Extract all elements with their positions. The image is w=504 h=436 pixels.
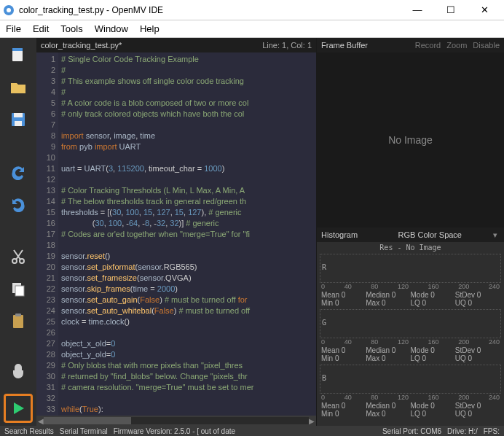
toolbar [0,38,36,426]
frame-buffer-header: Frame Buffer Record Zoom Disable [317,38,504,52]
stat-max: Max 0 [366,354,410,362]
colorspace-select[interactable]: RGB Color Space [387,230,462,239]
status-serial-port: Serial Port: COM6 [382,427,441,435]
run-button[interactable] [4,394,33,423]
stat-stdev: StDev 0 [455,346,500,354]
stat-min: Min 0 [321,299,366,307]
stat-mode: Mode 0 [411,291,455,299]
editor-tab[interactable]: color_tracking_test.py* [41,41,122,50]
stat-lq: LQ 0 [411,410,455,418]
stat-median: Median 0 [366,291,410,299]
editor-tabbar: color_tracking_test.py* Line: 1, Col: 1 [36,38,316,52]
save-file-button[interactable] [8,109,28,130]
disable-button[interactable]: Disable [473,41,500,50]
svg-rect-5 [14,113,23,117]
statusbar: Search Results Serial Terminal Firmware … [0,426,504,436]
close-button[interactable]: ✕ [468,0,501,20]
svg-rect-11 [13,315,23,328]
menu-file[interactable]: File [6,23,21,34]
no-image-label: No Image [388,134,433,146]
scroll-right-icon[interactable]: ▶ [309,417,315,425]
chevron-down-icon[interactable]: ▾ [491,230,500,240]
svg-rect-10 [15,286,24,296]
cursor-position: Line: 1, Col: 1 [262,41,312,50]
stat-median: Median 0 [366,402,410,410]
channel-tag: G [322,319,326,327]
stat-stdev: StDev 0 [455,291,500,299]
histogram-header: Histogram RGB Color Space ▾ [317,227,504,242]
frame-buffer-view: No Image [317,52,504,227]
stat-min: Min 0 [321,410,366,418]
maximize-button[interactable]: ☐ [434,0,468,20]
menu-window[interactable]: Window [95,23,128,34]
scroll-thumb[interactable] [44,417,131,424]
stat-uq: UQ 0 [455,410,500,418]
svg-rect-12 [15,314,21,316]
stat-mode: Mode 0 [411,346,455,354]
histogram-res: Res - No Image [317,242,504,254]
menubar: File Edit Tools Window Help [0,20,504,38]
window-title: color_tracking_test.py - OpenMV IDE [19,5,401,15]
menu-tools[interactable]: Tools [60,23,82,34]
stat-mean: Mean 0 [321,346,366,354]
minimize-button[interactable]: — [401,0,434,20]
new-file-button[interactable] [8,45,28,66]
titlebar: color_tracking_test.py - OpenMV IDE — ☐ … [0,0,504,20]
stat-lq: LQ 0 [411,299,455,307]
menu-help[interactable]: Help [140,23,160,34]
right-pane: Frame Buffer Record Zoom Disable No Imag… [316,38,504,426]
histogram-label: Histogram [321,230,358,239]
histogram-channels: R04080120160200240Mean 0Median 0Mode 0St… [317,254,504,426]
open-file-button[interactable] [8,77,28,98]
code-editor[interactable]: 1234567891011121314151617181920212223242… [36,52,316,416]
copy-button[interactable] [8,279,28,299]
editor-hscrollbar[interactable]: ◀ ▶ [36,416,316,426]
app-logo-icon [3,4,15,16]
redo-button[interactable] [8,194,28,214]
status-search-results[interactable]: Search Results [4,427,54,435]
stat-max: Max 0 [366,299,410,307]
cut-button[interactable] [8,246,28,267]
editor-pane: color_tracking_test.py* Line: 1, Col: 1 … [36,38,316,426]
stat-mean: Mean 0 [321,291,366,299]
undo-button[interactable] [8,162,28,182]
zoom-button[interactable]: Zoom [446,41,467,50]
status-serial-terminal[interactable]: Serial Terminal [60,427,108,435]
svg-point-1 [7,8,11,12]
stat-min: Min 0 [321,354,366,362]
menu-edit[interactable]: Edit [33,23,49,34]
channel-tag: R [322,263,326,271]
svg-rect-3 [12,48,23,51]
channel-g: G04080120160200240Mean 0Median 0Mode 0St… [320,309,501,363]
channel-r: R04080120160200240Mean 0Median 0Mode 0St… [320,254,501,308]
channel-tag: B [322,374,326,382]
stat-median: Median 0 [366,346,410,354]
stat-lq: LQ 0 [411,354,455,362]
connect-button[interactable] [8,362,28,382]
paste-button[interactable] [8,311,28,331]
status-fps: FPS: [484,427,500,435]
stat-uq: UQ 0 [455,299,500,307]
stat-stdev: StDev 0 [455,402,500,410]
scroll-left-icon[interactable]: ◀ [38,417,44,425]
record-button[interactable]: Record [415,41,441,50]
status-firmware: Firmware Version: 2.5.0 - [ out of date [114,427,235,435]
stat-max: Max 0 [366,410,410,418]
svg-rect-6 [15,121,22,126]
stat-mode: Mode 0 [411,402,455,410]
stat-mean: Mean 0 [321,402,366,410]
stat-uq: UQ 0 [455,354,500,362]
code-content[interactable]: # Single Color Code Tracking Example## T… [58,52,316,416]
frame-buffer-label: Frame Buffer [321,41,368,50]
channel-b: B04080120160200240Mean 0Median 0Mode 0St… [320,365,501,419]
status-drive: Drive: H:/ [447,427,478,435]
line-gutter: 1234567891011121314151617181920212223242… [36,52,58,416]
